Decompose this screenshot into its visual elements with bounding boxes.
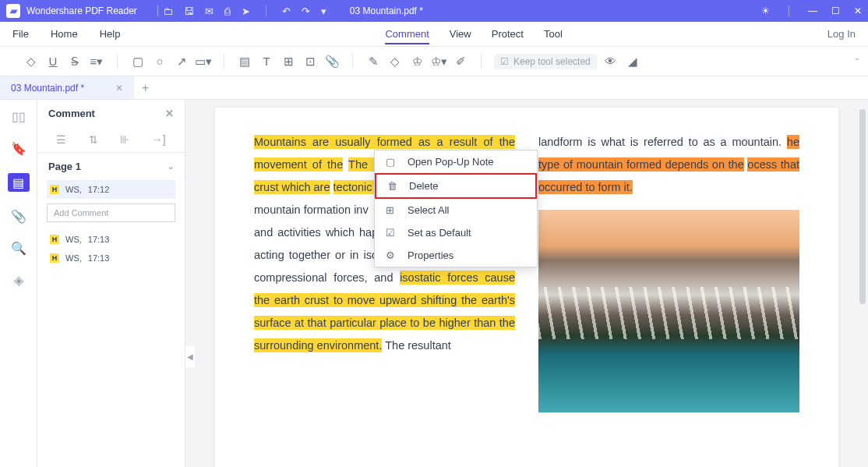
app-name: Wondershare PDF Reader <box>26 5 137 16</box>
chevron-down-icon: ⌄ <box>168 162 174 171</box>
tab-close-icon[interactable]: ✕ <box>115 83 123 94</box>
comments-panel-icon[interactable]: ▤ <box>8 173 30 192</box>
collapse-toolbar-icon[interactable]: ⌃ <box>854 57 860 65</box>
comments-side-panel: Comment ✕ ☰ ⇅ ⊪ →] Page 1 ⌄ H WS, 17:12 … <box>37 100 185 467</box>
note-tool-icon[interactable]: ▤ <box>237 54 252 69</box>
left-rail: ▯▯ 🔖 ▤ 📎 🔍 ◈ <box>0 100 37 467</box>
minimize-icon[interactable]: — <box>808 5 817 16</box>
stamp-dropdown-icon[interactable]: ♔▾ <box>431 54 446 69</box>
layers-icon[interactable]: ◈ <box>14 273 23 288</box>
ctx-properties[interactable]: ⚙ Properties <box>375 244 537 267</box>
search-icon[interactable]: 🔍 <box>11 241 26 256</box>
keep-tool-toggle[interactable]: ☑ Keep tool selected <box>494 54 597 69</box>
shape-tool-icon[interactable]: ▭▾ <box>196 54 211 69</box>
export-icon[interactable]: →] <box>152 133 166 146</box>
highlight-badge-icon: H <box>50 253 59 263</box>
filter-icon[interactable]: ☰ <box>56 133 66 146</box>
eye-tool-icon[interactable]: 👁 <box>603 54 619 69</box>
side-panel-title: Comment <box>48 108 95 119</box>
menu-view[interactable]: View <box>450 28 471 40</box>
maximize-icon[interactable]: ☐ <box>831 5 840 16</box>
rectangle-tool-icon[interactable]: ▢ <box>130 54 146 69</box>
close-window-icon[interactable]: ✕ <box>854 5 862 16</box>
new-tab-icon[interactable]: + <box>134 81 157 95</box>
sort-icon[interactable]: ⇅ <box>89 133 98 146</box>
menu-protect[interactable]: Protect <box>492 28 524 40</box>
document-tab[interactable]: 03 Mountain.pdf * ✕ <box>0 76 134 99</box>
callout-tool-icon[interactable]: ⊡ <box>302 54 318 69</box>
checkbox-icon: ☑ <box>386 227 398 239</box>
scrollbar[interactable] <box>859 109 866 304</box>
ctx-open-popup-note[interactable]: ▢ Open Pop-Up Note <box>375 150 537 173</box>
add-comment-input[interactable]: Add Comment <box>47 203 175 222</box>
text-tool-icon[interactable]: T <box>259 54 274 69</box>
text-column-right: landform is what is referred to as a mou… <box>538 131 799 444</box>
context-menu: ▢ Open Pop-Up Note 🗑 Delete ⊞ Select All… <box>374 150 538 267</box>
folder-open-icon[interactable]: 🗀 <box>163 5 173 17</box>
arrow-tool-icon[interactable]: ↗ <box>174 54 189 69</box>
attachments-icon[interactable]: 📎 <box>11 209 26 224</box>
trash-icon: 🗑 <box>387 180 400 192</box>
stamp-tool-icon[interactable]: ♔ <box>409 54 425 69</box>
menu-tool[interactable]: Tool <box>544 28 563 40</box>
document-title: 03 Mountain.pdf * <box>350 5 423 16</box>
save-icon[interactable]: 🖫 <box>184 5 194 17</box>
comment-list: H WS, 17:12 <box>37 180 185 199</box>
options-icon[interactable]: ⊪ <box>120 133 129 146</box>
mail-icon[interactable]: ✉ <box>205 5 213 17</box>
underline-tool-icon[interactable]: U <box>45 54 61 69</box>
highlight-badge-icon: H <box>50 185 59 194</box>
title-bar: ▰ Wondershare PDF Reader 🗀 🖫 ✉ ⎙ ➤ ↶ ↷ ▾… <box>0 0 868 22</box>
erase-all-icon[interactable]: ◢ <box>625 54 640 69</box>
highlight-badge-icon: H <box>50 235 59 244</box>
theme-icon[interactable]: ☀ <box>761 5 770 16</box>
pencil-tool-icon[interactable]: ✎ <box>365 54 381 69</box>
ctx-select-all[interactable]: ⊞ Select All <box>375 199 537 221</box>
redo-icon[interactable]: ↷ <box>302 5 310 17</box>
textbox-tool-icon[interactable]: ⊞ <box>281 54 296 69</box>
comment-item[interactable]: H WS, 17:13 <box>47 230 175 249</box>
login-link[interactable]: Log In <box>827 28 856 40</box>
menu-help[interactable]: Help <box>100 28 121 40</box>
menu-bar: File Home Help Comment View Protect Tool… <box>0 22 868 47</box>
tabs-row: 03 Mountain.pdf * ✕ + <box>0 76 868 100</box>
checkbox-icon: ☑ <box>500 56 509 67</box>
page-section-header[interactable]: Page 1 ⌄ <box>37 153 185 180</box>
comment-item[interactable]: H WS, 17:13 <box>47 249 175 267</box>
toolbar: ◇ U S̶ ≡▾ ▢ ○ ↗ ▭▾ ▤ T ⊞ ⊡ 📎 ✎ ◇ ♔ ♔▾ ✐ … <box>0 47 868 76</box>
eraser-tool-icon[interactable]: ◇ <box>387 54 403 69</box>
gear-icon: ⚙ <box>386 249 398 261</box>
list-tool-icon[interactable]: ≡▾ <box>89 54 104 69</box>
menu-comment[interactable]: Comment <box>385 28 429 44</box>
side-panel-close-icon[interactable]: ✕ <box>165 108 174 119</box>
ctx-delete[interactable]: 🗑 Delete <box>375 173 537 199</box>
tab-label: 03 Mountain.pdf * <box>11 83 84 94</box>
highlight-tool-icon[interactable]: ◇ <box>23 54 39 69</box>
mountain-image <box>538 210 799 412</box>
thumbnails-icon[interactable]: ▯▯ <box>12 109 26 124</box>
comment-item[interactable]: H WS, 17:12 <box>47 180 175 199</box>
share-icon[interactable]: ➤ <box>242 5 250 17</box>
attachment-tool-icon[interactable]: 📎 <box>324 54 340 69</box>
circle-tool-icon[interactable]: ○ <box>152 54 168 69</box>
collapse-panel-icon[interactable]: ◀ <box>185 346 195 367</box>
print-icon[interactable]: ⎙ <box>224 5 231 17</box>
menu-file[interactable]: File <box>12 28 29 40</box>
undo-icon[interactable]: ↶ <box>282 5 291 17</box>
select-all-icon: ⊞ <box>386 204 398 216</box>
note-icon: ▢ <box>386 156 398 168</box>
ctx-set-default[interactable]: ☑ Set as Default <box>375 221 537 244</box>
strikethrough-tool-icon[interactable]: S̶ <box>67 54 83 69</box>
dropdown-icon[interactable]: ▾ <box>321 5 326 17</box>
bookmark-icon[interactable]: 🔖 <box>11 141 26 156</box>
menu-home[interactable]: Home <box>51 28 78 40</box>
signature-tool-icon[interactable]: ✐ <box>453 54 468 69</box>
app-logo-icon: ▰ <box>6 4 20 18</box>
